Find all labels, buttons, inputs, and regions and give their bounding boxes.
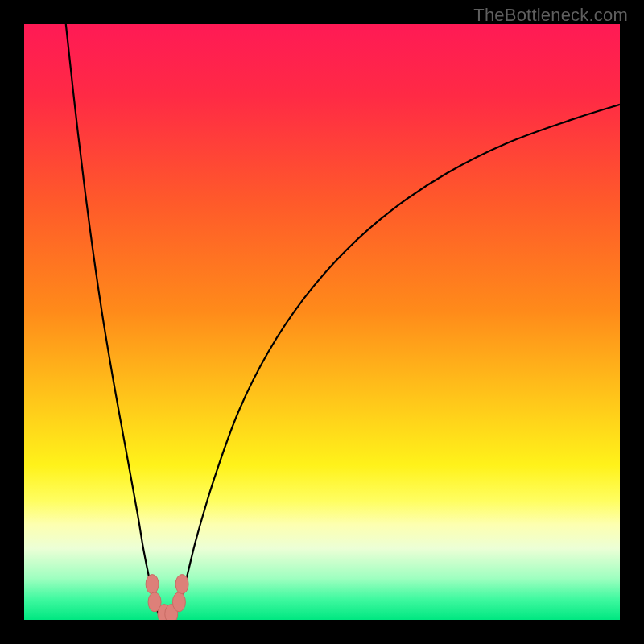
plot-area <box>24 24 620 620</box>
scatter-markers <box>146 575 188 620</box>
watermark-text: TheBottleneck.com <box>473 5 628 26</box>
scatter-marker <box>172 592 185 612</box>
scatter-marker <box>146 575 159 594</box>
curves-layer <box>24 24 620 620</box>
scatter-marker <box>175 575 188 594</box>
curve-left <box>66 24 159 614</box>
curve-right <box>176 105 620 614</box>
chart-frame: TheBottleneck.com <box>0 0 644 644</box>
